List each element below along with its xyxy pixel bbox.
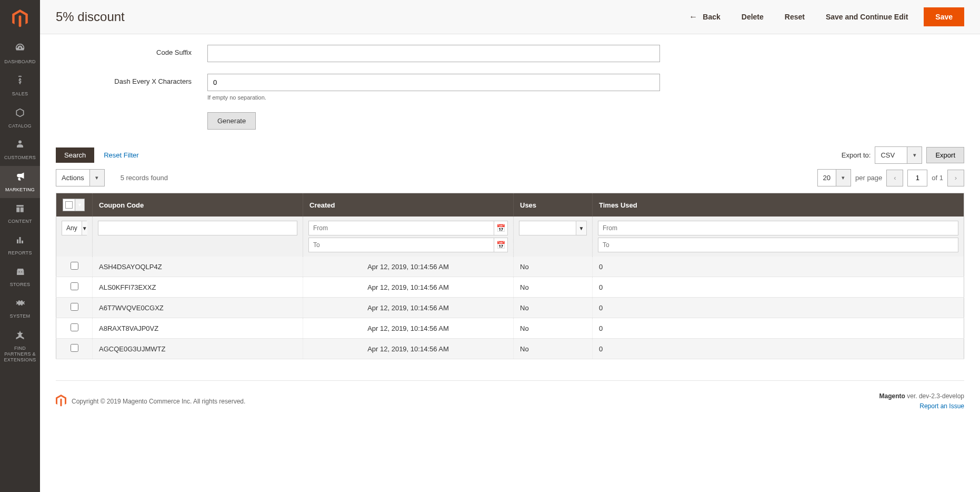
report-issue-link[interactable]: Report an Issue <box>919 402 964 410</box>
calendar-icon[interactable]: 📅 <box>494 221 508 235</box>
cell-uses: No <box>514 298 593 318</box>
code-suffix-input[interactable] <box>207 45 660 62</box>
table-row[interactable]: A8RAXT8VAJP0VZ Apr 12, 2019, 10:14:56 AM… <box>56 318 964 339</box>
row-checkbox[interactable] <box>71 323 78 331</box>
chevron-down-icon <box>907 147 922 163</box>
sales-icon <box>15 75 25 88</box>
sidebar-label: SYSTEM <box>10 313 31 319</box>
save-button[interactable]: Save <box>924 7 964 26</box>
cell-code: A8RAXT8VAJP0VZ <box>93 318 303 339</box>
table-row[interactable]: ASH4DSAYOQLP4Z Apr 12, 2019, 10:14:56 AM… <box>56 257 964 277</box>
table-header-row: ▼ Coupon Code Created Uses Times Used <box>56 193 964 217</box>
sidebar-item-customers[interactable]: CUSTOMERS <box>0 134 40 166</box>
actions-select[interactable]: Actions <box>56 169 105 186</box>
sidebar-item-stores[interactable]: STORES <box>0 261 40 293</box>
calendar-icon[interactable]: 📅 <box>494 238 508 252</box>
partners-icon <box>15 330 25 343</box>
sidebar-label: DASHBOARD <box>4 59 36 65</box>
table-row[interactable]: AGCQE0G3UJMWTZ Apr 12, 2019, 10:14:56 AM… <box>56 339 964 359</box>
filter-uses-select[interactable]: ▼ <box>519 221 587 235</box>
row-checkbox[interactable] <box>71 344 78 352</box>
page-prev-button[interactable]: ‹ <box>886 170 903 186</box>
sidebar-label: CUSTOMERS <box>4 155 36 161</box>
export-format-select[interactable]: CSV <box>875 146 922 164</box>
cell-code: AGCQE0G3UJMWTZ <box>93 339 303 359</box>
sidebar-item-sales[interactable]: SALES <box>0 70 40 102</box>
per-page-label: per page <box>855 174 882 182</box>
reset-filter-button[interactable]: Reset Filter <box>98 147 144 163</box>
chevron-left-icon: ‹ <box>894 174 896 182</box>
row-checkbox[interactable] <box>71 303 78 311</box>
filter-created-from-input[interactable] <box>308 221 494 235</box>
sidebar-label: CONTENT <box>8 219 32 224</box>
sidebar-item-catalog[interactable]: CATALOG <box>0 102 40 134</box>
grid-controls-1: Search Reset Filter Export to: CSV Expor… <box>40 146 980 169</box>
sidebar-label: FIND PARTNERS & EXTENSIONS <box>2 346 38 362</box>
cell-code: ALS0KFFI73EXXZ <box>93 277 303 298</box>
table-row[interactable]: A6T7WVQVE0CGXZ Apr 12, 2019, 10:14:56 AM… <box>56 298 964 318</box>
save-continue-button[interactable]: Save and Continue Edit <box>815 0 918 34</box>
marketing-icon <box>14 171 26 184</box>
sidebar-label: CATALOG <box>8 123 32 129</box>
header-actions: Back Delete Reset Save and Continue Edit… <box>678 0 964 34</box>
filter-select-any[interactable]: Any ▼ <box>62 221 87 235</box>
table-row[interactable]: ALS0KFFI73EXXZ Apr 12, 2019, 10:14:56 AM… <box>56 277 964 298</box>
page-next-button[interactable]: › <box>947 170 964 186</box>
pager: 20 per page ‹ of 1 › <box>817 169 964 186</box>
column-uses[interactable]: Uses <box>514 193 593 217</box>
per-page-value: 20 <box>818 170 836 186</box>
column-coupon-code[interactable]: Coupon Code <box>93 193 303 217</box>
filter-uses-value <box>519 221 576 235</box>
sidebar: DASHBOARD SALES CATALOG CUSTOMERS MARKET… <box>0 0 40 427</box>
cell-created: Apr 12, 2019, 10:14:56 AM <box>303 318 514 339</box>
sidebar-item-marketing[interactable]: MARKETING <box>0 166 40 198</box>
coupons-table: ▼ Coupon Code Created Uses Times Used An… <box>56 193 964 359</box>
delete-button[interactable]: Delete <box>731 0 774 34</box>
chevron-down-icon <box>89 170 104 186</box>
generate-button[interactable]: Generate <box>207 112 256 130</box>
row-checkbox[interactable] <box>71 282 78 290</box>
filter-times-to-input[interactable] <box>598 238 958 252</box>
stores-icon <box>15 267 25 279</box>
page-header: 5% discount Back Delete Reset Save and C… <box>40 0 980 34</box>
cell-created: Apr 12, 2019, 10:14:56 AM <box>303 339 514 359</box>
form-area: Code Suffix Dash Every X Characters If e… <box>40 34 980 146</box>
sidebar-item-reports[interactable]: REPORTS <box>0 230 40 261</box>
search-button[interactable]: Search <box>56 147 94 163</box>
cell-code: A6T7WVQVE0CGXZ <box>93 298 303 318</box>
cell-times: 0 <box>593 298 964 318</box>
magento-logo-small <box>56 395 66 408</box>
cell-uses: No <box>514 339 593 359</box>
dash-every-input[interactable] <box>207 74 660 91</box>
footer-version: ver. dev-2.3-develop <box>905 392 964 400</box>
chevron-right-icon: › <box>955 174 957 182</box>
back-button[interactable]: Back <box>678 0 731 34</box>
dash-every-label: Dash Every X Characters <box>56 74 207 101</box>
footer: Copyright © 2019 Magento Commerce Inc. A… <box>40 381 980 427</box>
sidebar-label: SALES <box>12 91 28 97</box>
filter-times-from-input[interactable] <box>598 221 958 235</box>
filter-coupon-code-input[interactable] <box>98 221 297 235</box>
page-current-input[interactable] <box>907 170 927 186</box>
filter-created-to-input[interactable] <box>308 238 494 252</box>
checkbox-icon <box>65 201 73 209</box>
sidebar-item-system[interactable]: SYSTEM <box>0 292 40 324</box>
row-checkbox[interactable] <box>71 262 78 270</box>
export-format-value: CSV <box>875 147 907 163</box>
cell-uses: No <box>514 257 593 277</box>
sidebar-item-dashboard[interactable]: DASHBOARD <box>0 37 40 70</box>
sidebar-item-content[interactable]: CONTENT <box>0 198 40 230</box>
column-times-used[interactable]: Times Used <box>593 193 964 217</box>
cell-uses: No <box>514 318 593 339</box>
footer-brand: Magento <box>879 392 905 400</box>
export-wrap: Export to: CSV Export <box>842 146 964 164</box>
magento-logo[interactable] <box>0 0 40 37</box>
dash-every-note: If empty no separation. <box>207 94 660 101</box>
export-button[interactable]: Export <box>926 147 964 163</box>
select-all-control[interactable]: ▼ <box>63 199 85 211</box>
column-created[interactable]: Created <box>303 193 514 217</box>
sidebar-item-partners[interactable]: FIND PARTNERS & EXTENSIONS <box>0 324 40 368</box>
reset-button[interactable]: Reset <box>774 0 815 34</box>
chevron-down-icon: ▼ <box>576 221 586 235</box>
per-page-select[interactable]: 20 <box>817 169 851 186</box>
